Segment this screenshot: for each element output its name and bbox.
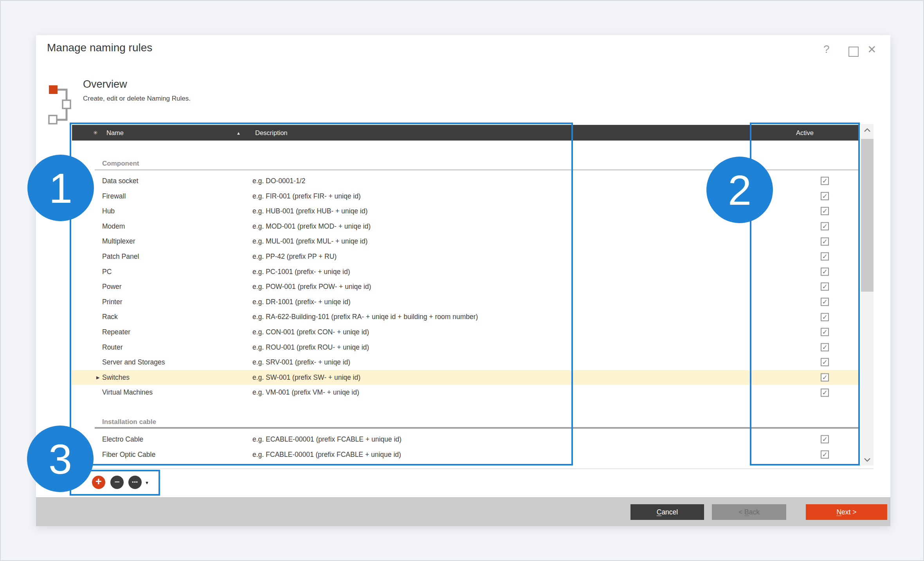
active-checkbox[interactable]: ✓ <box>821 450 829 458</box>
scroll-down-icon[interactable] <box>861 454 874 465</box>
rule-name: Hub <box>102 204 115 219</box>
table-bottom-divider <box>72 469 874 469</box>
help-icon[interactable]: ? <box>823 43 830 56</box>
rule-description: e.g. VM-001 (prefix VM- + uniqe id) <box>252 385 359 400</box>
column-options-icon[interactable]: ✳ <box>93 125 98 141</box>
table-header: ✳ Name ▲ Description Active <box>72 125 859 141</box>
rule-name: Printer <box>102 294 122 310</box>
rule-name: Electro Cable <box>102 432 143 447</box>
next-button[interactable]: Next > <box>806 504 887 520</box>
active-checkbox[interactable]: ✓ <box>821 373 829 382</box>
rule-name: Server and Storages <box>102 355 165 370</box>
remove-button[interactable]: − <box>110 476 124 489</box>
group-header: Installation cable <box>95 417 859 429</box>
scrollbar-thumb[interactable] <box>861 139 874 292</box>
back-button: < Back <box>712 504 786 520</box>
checkmark-icon: ✓ <box>822 193 827 199</box>
rule-name: Switches <box>102 370 130 385</box>
rule-description: e.g. SW-001 (prefix SW- + uniqe id) <box>252 370 360 385</box>
close-icon[interactable]: ✕ <box>867 43 876 56</box>
table-row[interactable]: Hub e.g. HUB-001 (prefix HUB- + uniqe id… <box>72 204 859 219</box>
rule-name: Data socket <box>102 173 138 189</box>
active-checkbox[interactable]: ✓ <box>821 253 829 261</box>
maximize-icon[interactable] <box>848 47 859 57</box>
wizard-steps-icon <box>48 84 72 127</box>
selected-row-marker-icon: ▶ <box>96 375 99 380</box>
active-checkbox[interactable]: ✓ <box>821 177 829 185</box>
column-header-description[interactable]: Description <box>255 125 288 141</box>
active-checkbox[interactable]: ✓ <box>821 343 829 351</box>
checkmark-icon: ✓ <box>822 329 827 336</box>
active-checkbox[interactable]: ✓ <box>821 328 829 336</box>
checkmark-icon: ✓ <box>822 451 827 458</box>
table-row[interactable]: PC e.g. PC-1001 (prefix- + uniqe id) ✓ <box>72 264 859 280</box>
step-subtitle: Create, edit or delete Naming Rules. <box>83 95 191 103</box>
rule-description: e.g. MOD-001 (prefix MOD- + uniqe id) <box>252 219 371 234</box>
rule-description: e.g. CON-001 (prefix CON- + uniqe id) <box>252 325 369 340</box>
active-checkbox[interactable]: ✓ <box>821 283 829 291</box>
table-row[interactable]: Router e.g. ROU-001 (prefix ROU- + uniqe… <box>72 340 859 355</box>
column-header-name[interactable]: Name <box>106 125 124 141</box>
cancel-button[interactable]: Cancel <box>630 504 704 520</box>
rule-description: e.g. HUB-001 (prefix HUB- + uniqe id) <box>252 204 367 219</box>
page-background: { "window": { "title": "Manage naming ru… <box>0 0 924 561</box>
checkmark-icon: ✓ <box>822 359 827 366</box>
table-row[interactable]: Multiplexer e.g. MUL-001 (prefix MUL- + … <box>72 234 859 249</box>
active-checkbox[interactable]: ✓ <box>821 267 829 276</box>
table-row[interactable]: Fiber Optic Cable e.g. FCABLE-00001 (pre… <box>72 447 859 462</box>
table-row[interactable]: Electro Cable e.g. ECABLE-00001 (prefix … <box>72 432 859 447</box>
add-button[interactable]: + <box>92 476 105 489</box>
rule-description: e.g. SRV-001 (prefix- + uniqe id) <box>252 355 350 370</box>
checkmark-icon: ✓ <box>822 314 827 320</box>
manage-naming-rules-dialog: Manage naming rules ? ✕ Overview Create,… <box>36 35 890 526</box>
active-checkbox[interactable]: ✓ <box>821 435 829 444</box>
rule-description: e.g. POW-001 (prefix POW- + uniqe id) <box>252 279 371 294</box>
vertical-scrollbar[interactable] <box>861 124 874 465</box>
more-actions-dropdown-icon[interactable]: ▼ <box>145 480 149 485</box>
active-checkbox[interactable]: ✓ <box>821 192 829 200</box>
step-title: Overview <box>83 78 127 90</box>
table-row[interactable]: ▶ Switches e.g. SW-001 (prefix SW- + uni… <box>72 370 859 385</box>
group-label: Installation cable <box>95 417 859 427</box>
checkmark-icon: ✓ <box>822 178 827 184</box>
table-row[interactable]: Power e.g. POW-001 (prefix POW- + uniqe … <box>72 279 859 294</box>
rule-description: e.g. MUL-001 (prefix MUL- + uniqe id) <box>252 234 367 249</box>
rule-description: e.g. FIR-001 (prefix FIR- + uniqe id) <box>252 189 361 204</box>
table-row[interactable]: Modem e.g. MOD-001 (prefix MOD- + uniqe … <box>72 219 859 234</box>
rule-name: Power <box>102 279 122 294</box>
table-row[interactable]: Repeater e.g. CON-001 (prefix CON- + uni… <box>72 325 859 340</box>
active-checkbox[interactable]: ✓ <box>821 222 829 231</box>
active-checkbox[interactable]: ✓ <box>821 313 829 321</box>
table-row[interactable]: Rack e.g. RA-622-Building-101 (prefix RA… <box>72 309 859 325</box>
table-row[interactable]: Data socket e.g. DO-0001-1/2 ✓ <box>72 173 859 189</box>
more-actions-button[interactable]: ••• <box>128 476 142 489</box>
checkmark-icon: ✓ <box>822 344 827 350</box>
checkmark-icon: ✓ <box>822 238 827 245</box>
dialog-title: Manage naming rules <box>47 41 152 54</box>
table-row[interactable]: Printer e.g. DR-1001 (prefix- + uniqe id… <box>72 294 859 310</box>
active-checkbox[interactable]: ✓ <box>821 237 829 245</box>
column-header-active[interactable]: Active <box>751 125 859 141</box>
scroll-up-icon[interactable] <box>861 124 874 136</box>
table-row[interactable]: Firewall e.g. FIR-001 (prefix FIR- + uni… <box>72 189 859 204</box>
table-row[interactable]: Server and Storages e.g. SRV-001 (prefix… <box>72 355 859 370</box>
rule-description: e.g. FCABLE-00001 (prefix FCABLE + uniqu… <box>252 447 401 462</box>
checkmark-icon: ✓ <box>822 283 827 290</box>
checkmark-icon: ✓ <box>822 223 827 230</box>
active-checkbox[interactable]: ✓ <box>821 358 829 366</box>
rule-name: Modem <box>102 219 125 234</box>
table-row[interactable]: Patch Panel e.g. PP-42 (prefix PP + RU) … <box>72 249 859 264</box>
group-header: Component <box>95 159 859 170</box>
rule-description: e.g. DO-0001-1/2 <box>252 173 305 189</box>
naming-rules-table: Component Data socket e.g. DO-0001-1/2 ✓… <box>72 141 859 462</box>
rule-name: Virtual Machines <box>102 385 153 400</box>
checkmark-icon: ✓ <box>822 374 827 381</box>
active-checkbox[interactable]: ✓ <box>821 207 829 215</box>
active-checkbox[interactable]: ✓ <box>821 298 829 306</box>
table-row[interactable]: Virtual Machines e.g. VM-001 (prefix VM-… <box>72 385 859 400</box>
checkmark-icon: ✓ <box>822 389 827 396</box>
group-label: Component <box>95 159 859 169</box>
active-checkbox[interactable]: ✓ <box>821 388 829 397</box>
rule-name: PC <box>102 264 112 280</box>
rule-name: Repeater <box>102 325 130 340</box>
